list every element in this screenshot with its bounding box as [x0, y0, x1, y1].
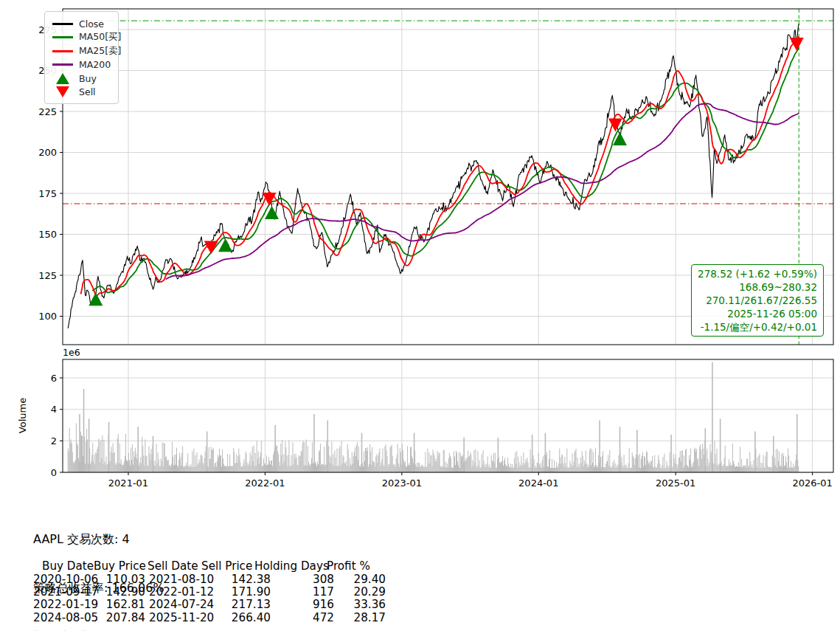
- col-buy-price: Buy Price: [94, 559, 146, 573]
- ma50-line: [92, 47, 799, 292]
- cell-holding-days: 308: [282, 573, 334, 586]
- cell-sell-price: 171.90: [204, 585, 271, 599]
- legend-item-ma200: MA200: [52, 58, 111, 72]
- svg-text:225: 225: [38, 106, 57, 117]
- col-sell-price: Sell Price: [201, 559, 252, 573]
- legend-label: MA50[买]: [79, 31, 122, 44]
- cell-holding-days: 916: [282, 598, 334, 611]
- cell-profit: 28.17: [334, 611, 386, 624]
- legend-item-buy: Buy: [52, 72, 111, 86]
- legend-label: MA25[卖]: [79, 45, 122, 58]
- volume-bars: [68, 362, 799, 472]
- cell-buy-price: 162.81: [88, 598, 145, 611]
- volume-axes-box: [63, 359, 833, 472]
- cell-buy-price: 207.84: [88, 611, 145, 624]
- quote-ma-values: 270.11/261.67/226.55: [698, 294, 817, 307]
- legend-item-ma25: MA25[卖]: [52, 44, 111, 58]
- svg-text:4: 4: [51, 404, 57, 415]
- cell-holding-days: 472: [282, 611, 334, 624]
- cell-buy-price: 142.90: [88, 585, 145, 599]
- cell-buy-price: 110.03: [88, 573, 145, 586]
- svg-text:175: 175: [38, 188, 57, 199]
- gridlines: [63, 9, 833, 472]
- svg-text:2022-01: 2022-01: [245, 477, 285, 489]
- sell-triangle-icon: [52, 86, 74, 97]
- figure: 10012515017520022525027502462021-012022-…: [0, 0, 840, 631]
- cell-profit: 33.36: [334, 598, 386, 611]
- close-line: [68, 24, 799, 328]
- col-sell-date: Sell Date: [147, 559, 198, 573]
- svg-text:2025-01: 2025-01: [656, 477, 695, 489]
- svg-text:2023-01: 2023-01: [382, 477, 422, 489]
- quote-signal: -1.15/偏空/+0.42/+0.01: [698, 320, 817, 334]
- svg-text:0: 0: [51, 467, 57, 478]
- legend-label: Close: [79, 18, 104, 30]
- col-holding-days: Holding Days: [254, 559, 329, 573]
- col-buy-date: Buy Date: [42, 559, 94, 573]
- cell-sell-price: 217.13: [204, 598, 271, 611]
- svg-text:125: 125: [38, 270, 57, 281]
- quote-last-price: 278.52 (+1.62 +0.59%): [698, 267, 817, 280]
- cell-holding-days: 117: [282, 585, 334, 599]
- legend-item-close: Close: [52, 17, 111, 31]
- ma200-line: [166, 103, 799, 279]
- quote-info-box: 278.52 (+1.62 +0.59%) 168.69~280.32 270.…: [691, 264, 824, 337]
- svg-text:6: 6: [51, 373, 57, 384]
- legend-label: MA200: [79, 59, 111, 70]
- legend-item-sell: Sell: [52, 86, 111, 100]
- tick-labels: 10012515017520022525027502462021-012022-…: [38, 24, 833, 489]
- tick-marks: [60, 30, 813, 475]
- quote-range: 168.69~280.32: [698, 280, 817, 294]
- cell-profit: 20.29: [334, 585, 386, 599]
- cell-sell-price: 266.40: [204, 611, 271, 624]
- volume-axis-label: Volume: [17, 398, 28, 433]
- ma200-line-swatch: [52, 63, 74, 66]
- svg-text:2: 2: [51, 435, 57, 446]
- ma25-line-swatch: [52, 50, 74, 52]
- svg-text:200: 200: [38, 147, 57, 158]
- legend-label: Buy: [79, 73, 97, 84]
- legend-label: Sell: [79, 86, 96, 97]
- quote-timestamp: 2025-11-26 05:00: [698, 307, 817, 320]
- svg-text:2026-01: 2026-01: [792, 477, 832, 489]
- buy-triangle-icon: [52, 73, 74, 84]
- svg-text:100: 100: [38, 311, 57, 322]
- col-profit: Profit %: [327, 559, 370, 573]
- cell-sell-price: 142.38: [204, 573, 271, 586]
- svg-text:2021-01: 2021-01: [108, 477, 148, 489]
- stat-trade-count: AAPL 交易次数: 4: [33, 531, 164, 548]
- close-line-swatch: [52, 23, 74, 25]
- ma50-line-swatch: [52, 36, 74, 38]
- svg-text:150: 150: [38, 229, 57, 240]
- volume-scale-label: 1e6: [63, 347, 80, 358]
- chart-legend: Close MA50[买] MA25[卖] MA200 Buy Sell: [44, 11, 119, 104]
- legend-item-ma50: MA50[买]: [52, 31, 111, 45]
- cell-profit: 29.40: [334, 573, 386, 586]
- ma25-line: [81, 37, 799, 297]
- buy-marker: [88, 292, 103, 306]
- buy-marker: [613, 132, 627, 145]
- svg-text:2024-01: 2024-01: [518, 477, 558, 489]
